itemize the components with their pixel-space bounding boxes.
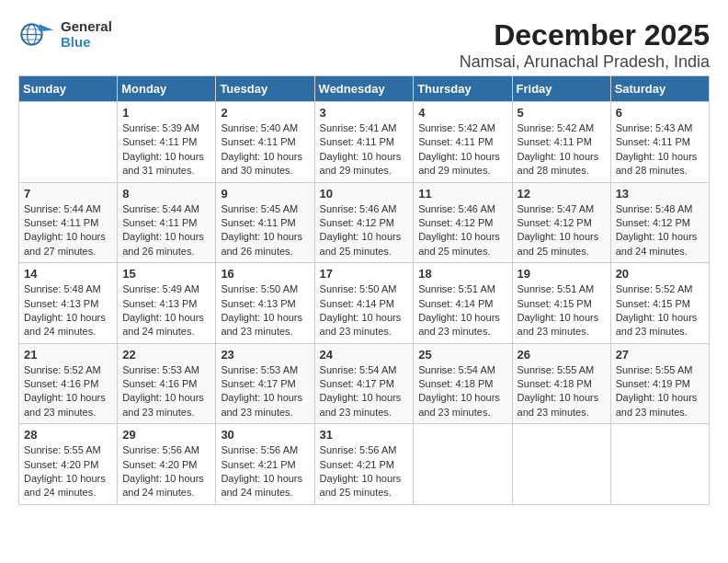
day-info: Sunrise: 5:43 AM Sunset: 4:11 PM Dayligh… xyxy=(616,121,704,178)
day-number: 12 xyxy=(518,187,606,201)
day-of-week-header: Tuesday xyxy=(216,76,314,102)
day-info: Sunrise: 5:55 AM Sunset: 4:19 PM Dayligh… xyxy=(616,363,704,420)
day-of-week-header: Friday xyxy=(512,76,610,102)
day-info: Sunrise: 5:40 AM Sunset: 4:11 PM Dayligh… xyxy=(221,121,309,178)
day-number: 10 xyxy=(320,187,409,201)
calendar-cell: 6Sunrise: 5:43 AM Sunset: 4:11 PM Daylig… xyxy=(610,102,709,183)
day-info: Sunrise: 5:44 AM Sunset: 4:11 PM Dayligh… xyxy=(24,202,112,259)
day-info: Sunrise: 5:50 AM Sunset: 4:13 PM Dayligh… xyxy=(221,282,309,339)
day-info: Sunrise: 5:49 AM Sunset: 4:13 PM Dayligh… xyxy=(122,282,210,339)
day-number: 25 xyxy=(418,348,506,362)
location-subtitle: Namsai, Arunachal Pradesh, India xyxy=(18,52,710,72)
day-number: 6 xyxy=(616,106,704,120)
day-number: 9 xyxy=(221,187,309,201)
day-number: 30 xyxy=(221,428,309,442)
calendar-cell: 30Sunrise: 5:56 AM Sunset: 4:21 PM Dayli… xyxy=(216,424,314,505)
svg-marker-6 xyxy=(39,24,53,31)
day-info: Sunrise: 5:55 AM Sunset: 4:18 PM Dayligh… xyxy=(518,363,606,420)
day-number: 17 xyxy=(320,267,409,281)
day-info: Sunrise: 5:48 AM Sunset: 4:12 PM Dayligh… xyxy=(616,202,704,259)
day-info: Sunrise: 5:55 AM Sunset: 4:20 PM Dayligh… xyxy=(24,443,112,500)
calendar-cell: 14Sunrise: 5:48 AM Sunset: 4:13 PM Dayli… xyxy=(19,263,118,344)
calendar-cell: 8Sunrise: 5:44 AM Sunset: 4:11 PM Daylig… xyxy=(118,182,216,263)
calendar-cell: 9Sunrise: 5:45 AM Sunset: 4:11 PM Daylig… xyxy=(216,182,314,263)
calendar-cell xyxy=(19,102,118,183)
calendar-cell: 26Sunrise: 5:55 AM Sunset: 4:18 PM Dayli… xyxy=(512,343,610,424)
day-info: Sunrise: 5:51 AM Sunset: 4:14 PM Dayligh… xyxy=(418,282,506,339)
day-info: Sunrise: 5:51 AM Sunset: 4:15 PM Dayligh… xyxy=(518,282,606,339)
calendar-table: SundayMondayTuesdayWednesdayThursdayFrid… xyxy=(18,75,710,505)
day-of-week-header: Sunday xyxy=(19,76,118,102)
day-info: Sunrise: 5:45 AM Sunset: 4:11 PM Dayligh… xyxy=(221,202,309,259)
day-number: 4 xyxy=(418,106,506,120)
day-number: 26 xyxy=(518,348,606,362)
calendar-cell: 23Sunrise: 5:53 AM Sunset: 4:17 PM Dayli… xyxy=(216,343,314,424)
logo: General Blue xyxy=(18,18,112,51)
day-info: Sunrise: 5:53 AM Sunset: 4:17 PM Dayligh… xyxy=(221,363,309,420)
day-number: 23 xyxy=(221,348,309,362)
day-info: Sunrise: 5:53 AM Sunset: 4:16 PM Dayligh… xyxy=(122,363,210,420)
calendar-cell: 5Sunrise: 5:42 AM Sunset: 4:11 PM Daylig… xyxy=(512,102,610,183)
day-of-week-header: Thursday xyxy=(414,76,512,102)
calendar-cell: 4Sunrise: 5:42 AM Sunset: 4:11 PM Daylig… xyxy=(414,102,512,183)
calendar-cell: 22Sunrise: 5:53 AM Sunset: 4:16 PM Dayli… xyxy=(118,343,216,424)
calendar-cell: 1Sunrise: 5:39 AM Sunset: 4:11 PM Daylig… xyxy=(118,102,216,183)
calendar-cell: 27Sunrise: 5:55 AM Sunset: 4:19 PM Dayli… xyxy=(610,343,709,424)
calendar-cell: 3Sunrise: 5:41 AM Sunset: 4:11 PM Daylig… xyxy=(314,102,414,183)
calendar-cell: 7Sunrise: 5:44 AM Sunset: 4:11 PM Daylig… xyxy=(19,182,118,263)
logo-text: General Blue xyxy=(61,19,112,50)
calendar-cell: 2Sunrise: 5:40 AM Sunset: 4:11 PM Daylig… xyxy=(216,102,314,183)
day-number: 15 xyxy=(122,267,210,281)
day-number: 5 xyxy=(518,106,606,120)
calendar-cell: 16Sunrise: 5:50 AM Sunset: 4:13 PM Dayli… xyxy=(216,263,314,344)
day-number: 11 xyxy=(418,187,506,201)
day-number: 29 xyxy=(122,428,210,442)
logo-icon xyxy=(18,18,55,51)
day-info: Sunrise: 5:44 AM Sunset: 4:11 PM Dayligh… xyxy=(122,202,210,259)
month-year-title: December 2025 xyxy=(18,18,710,52)
day-number: 13 xyxy=(616,187,704,201)
calendar-cell: 20Sunrise: 5:52 AM Sunset: 4:15 PM Dayli… xyxy=(610,263,709,344)
day-info: Sunrise: 5:42 AM Sunset: 4:11 PM Dayligh… xyxy=(418,121,506,178)
calendar-cell xyxy=(512,424,610,505)
day-info: Sunrise: 5:52 AM Sunset: 4:15 PM Dayligh… xyxy=(616,282,704,339)
day-number: 14 xyxy=(24,267,112,281)
calendar-cell: 17Sunrise: 5:50 AM Sunset: 4:14 PM Dayli… xyxy=(314,263,414,344)
calendar-cell: 21Sunrise: 5:52 AM Sunset: 4:16 PM Dayli… xyxy=(19,343,118,424)
day-number: 24 xyxy=(320,348,409,362)
calendar-cell: 11Sunrise: 5:46 AM Sunset: 4:12 PM Dayli… xyxy=(414,182,512,263)
day-number: 27 xyxy=(616,348,704,362)
calendar-cell xyxy=(610,424,709,505)
day-of-week-header: Wednesday xyxy=(314,76,414,102)
day-number: 7 xyxy=(24,187,112,201)
day-info: Sunrise: 5:56 AM Sunset: 4:20 PM Dayligh… xyxy=(122,443,210,500)
calendar-cell: 13Sunrise: 5:48 AM Sunset: 4:12 PM Dayli… xyxy=(610,182,709,263)
day-info: Sunrise: 5:56 AM Sunset: 4:21 PM Dayligh… xyxy=(320,443,409,500)
day-number: 3 xyxy=(320,106,409,120)
day-info: Sunrise: 5:46 AM Sunset: 4:12 PM Dayligh… xyxy=(418,202,506,259)
calendar-cell: 18Sunrise: 5:51 AM Sunset: 4:14 PM Dayli… xyxy=(414,263,512,344)
day-number: 8 xyxy=(122,187,210,201)
day-number: 1 xyxy=(122,106,210,120)
day-info: Sunrise: 5:42 AM Sunset: 4:11 PM Dayligh… xyxy=(518,121,606,178)
day-info: Sunrise: 5:39 AM Sunset: 4:11 PM Dayligh… xyxy=(122,121,210,178)
day-info: Sunrise: 5:47 AM Sunset: 4:12 PM Dayligh… xyxy=(518,202,606,259)
calendar-cell: 10Sunrise: 5:46 AM Sunset: 4:12 PM Dayli… xyxy=(314,182,414,263)
day-number: 19 xyxy=(518,267,606,281)
calendar-cell xyxy=(414,424,512,505)
day-number: 28 xyxy=(24,428,112,442)
day-number: 20 xyxy=(616,267,704,281)
calendar-cell: 19Sunrise: 5:51 AM Sunset: 4:15 PM Dayli… xyxy=(512,263,610,344)
day-number: 31 xyxy=(320,428,409,442)
day-number: 16 xyxy=(221,267,309,281)
calendar-cell: 12Sunrise: 5:47 AM Sunset: 4:12 PM Dayli… xyxy=(512,182,610,263)
calendar-cell: 25Sunrise: 5:54 AM Sunset: 4:18 PM Dayli… xyxy=(414,343,512,424)
calendar-cell: 28Sunrise: 5:55 AM Sunset: 4:20 PM Dayli… xyxy=(19,424,118,505)
day-number: 2 xyxy=(221,106,309,120)
day-info: Sunrise: 5:50 AM Sunset: 4:14 PM Dayligh… xyxy=(320,282,409,339)
day-info: Sunrise: 5:56 AM Sunset: 4:21 PM Dayligh… xyxy=(221,443,309,500)
day-info: Sunrise: 5:46 AM Sunset: 4:12 PM Dayligh… xyxy=(320,202,409,259)
calendar-cell: 24Sunrise: 5:54 AM Sunset: 4:17 PM Dayli… xyxy=(314,343,414,424)
day-info: Sunrise: 5:41 AM Sunset: 4:11 PM Dayligh… xyxy=(320,121,409,178)
calendar-cell: 31Sunrise: 5:56 AM Sunset: 4:21 PM Dayli… xyxy=(314,424,414,505)
